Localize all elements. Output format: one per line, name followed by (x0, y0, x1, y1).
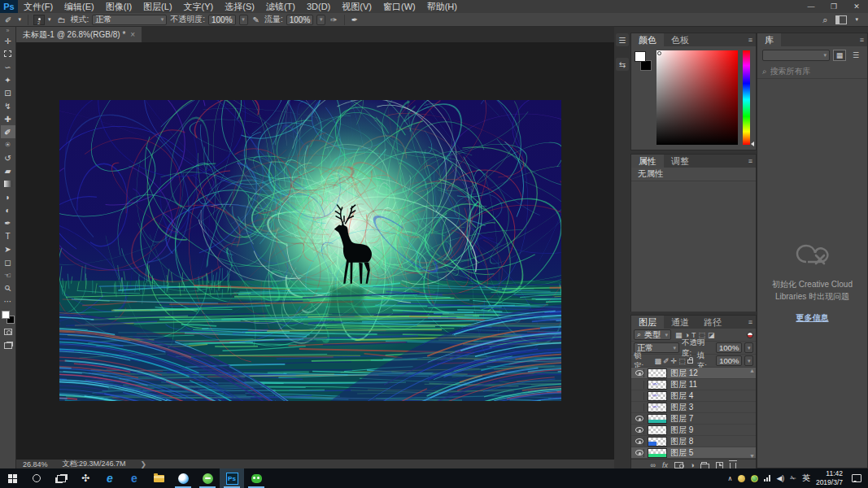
lock-paint-icon[interactable]: ✐ (663, 357, 670, 365)
flow-chevron[interactable]: ▾ (316, 15, 325, 25)
layer-visibility-toggle[interactable] (635, 426, 644, 434)
list-view-icon[interactable]: ☰ (849, 50, 862, 61)
blur-tool[interactable]: ◗ (1, 190, 15, 203)
foreground-background-swatches[interactable] (2, 311, 15, 324)
more-info-link[interactable]: 更多信息 (796, 312, 829, 324)
pressure-opacity-icon[interactable]: ✎ (251, 15, 261, 24)
task-view-button[interactable] (49, 468, 73, 488)
tray-expand-icon[interactable]: ∧ (728, 475, 733, 482)
hand-tool[interactable]: ☜ (1, 268, 15, 281)
layer-opacity-chevron[interactable]: ▾ (744, 342, 753, 353)
layer-row-图层-4[interactable]: 〰图层 4 (631, 390, 756, 402)
document-tab[interactable]: 未标题-1 @ 26.8%(RGB/8) * × (16, 27, 142, 42)
fill-chevron[interactable]: ▾ (744, 355, 753, 366)
document-canvas[interactable] (59, 100, 561, 401)
menu-item-8[interactable]: 视图(V) (336, 0, 377, 13)
layer-thumbnail[interactable] (648, 368, 667, 378)
pen-tool[interactable]: ✒ (1, 216, 15, 229)
ime-indicator[interactable]: 英 (802, 473, 810, 484)
file-explorer-button[interactable] (146, 468, 171, 488)
minimize-button[interactable]: — (800, 0, 822, 13)
layer-row-图层-3[interactable]: 〰图层 3 (631, 402, 756, 413)
path-selection-tool[interactable]: ➤ (1, 242, 15, 255)
sync-panel-icon[interactable]: ⇆ (616, 58, 629, 71)
panel-menu-icon[interactable]: ≡ (860, 33, 867, 46)
menu-item-3[interactable]: 图层(L) (137, 0, 177, 13)
cortana-search-button[interactable] (24, 468, 49, 488)
action-center-icon[interactable] (852, 474, 861, 482)
lock-move-icon[interactable]: ✛ (671, 357, 678, 365)
crop-tool[interactable]: ⊡ (1, 86, 15, 99)
blend-mode-dropdown[interactable]: 正常▾ (92, 15, 167, 25)
history-panel-icon[interactable]: ☰ (616, 33, 629, 46)
move-tool[interactable]: ✛ (1, 34, 15, 47)
brush-panel-toggle-icon[interactable]: 🗀 (55, 15, 67, 24)
qq-browser-button[interactable] (171, 468, 195, 488)
brush-tool[interactable]: ✐ (1, 125, 15, 138)
layer-visibility-toggle[interactable] (635, 369, 644, 377)
workspace-icon[interactable] (835, 15, 847, 24)
library-select-dropdown[interactable]: ▾ (762, 50, 830, 61)
menu-item-10[interactable]: 帮助(H) (421, 0, 463, 13)
search-icon[interactable]: ⌕ (821, 15, 829, 25)
canvas-pasteboard[interactable] (16, 42, 614, 460)
layer-thumbnail[interactable]: 〰 (648, 391, 667, 401)
dodge-tool[interactable]: ◐ (1, 203, 15, 216)
grid-view-icon[interactable]: ▦ (833, 50, 846, 61)
color-foreground-swatch[interactable] (635, 51, 646, 62)
foreground-color-swatch[interactable] (2, 311, 10, 319)
status-chevron-icon[interactable]: ❯ (141, 460, 147, 468)
panel-menu-icon[interactable]: ≡ (748, 33, 756, 46)
layer-row-图层-8[interactable]: 图层 8 (631, 436, 756, 447)
quick-selection-tool[interactable]: ✦ (1, 73, 15, 86)
saturation-brightness-field[interactable] (656, 50, 738, 145)
tray-app-icon-yellow[interactable] (738, 475, 745, 482)
lock-transparent-icon[interactable]: ▩ (655, 357, 662, 365)
rectangular-marquee-tool[interactable] (1, 47, 15, 60)
hue-slider-marker[interactable] (751, 142, 754, 146)
lock-all-icon[interactable] (687, 359, 693, 364)
menu-item-4[interactable]: 文字(Y) (178, 0, 220, 13)
brush-tool-icon[interactable]: ✐ (3, 15, 13, 24)
airbrush-icon[interactable]: ✑ (329, 15, 338, 24)
shape-tool[interactable]: ◻ (1, 255, 15, 268)
scroll-up-icon[interactable]: ▲ (749, 368, 755, 373)
layer-visibility-toggle[interactable] (635, 403, 644, 412)
edit-toolbar-button[interactable]: ⋯ (1, 294, 15, 307)
tab-adjustments[interactable]: 调整 (664, 155, 696, 168)
hue-slider[interactable] (743, 50, 750, 145)
menu-item-1[interactable]: 编辑(E) (59, 0, 100, 13)
layer-row-图层-5[interactable]: 图层 5 (631, 447, 756, 459)
tool-preset-chevron-icon[interactable]: ▾ (16, 16, 23, 23)
zoom-tool[interactable]: ⚲ (1, 281, 15, 294)
menu-item-6[interactable]: 滤镜(T) (260, 0, 301, 13)
tab-properties[interactable]: 属性 (631, 155, 664, 168)
filter-toggle-icon[interactable] (747, 332, 753, 338)
layer-visibility-toggle[interactable] (635, 381, 644, 389)
tab-channels[interactable]: 通道 (664, 316, 696, 329)
gradient-tool[interactable] (1, 177, 15, 190)
panel-menu-icon[interactable]: ≡ (748, 155, 756, 168)
layer-filter-dropdown[interactable]: ⌕ 类型▾ (634, 329, 671, 340)
layer-row-图层-11[interactable]: 〰图层 11 (631, 379, 756, 390)
add-mask-icon[interactable] (674, 462, 683, 468)
tab-swatches[interactable]: 色板 (664, 33, 696, 46)
pinwheel-app-button[interactable]: ✣ (73, 468, 98, 488)
layer-visibility-toggle[interactable] (635, 392, 644, 400)
restore-button[interactable]: ❐ (822, 0, 845, 13)
brush-preset-picker[interactable]: 2 ▾ (33, 15, 53, 25)
screen-mode-button[interactable] (1, 340, 15, 351)
usb-icon[interactable]: ✁ (790, 474, 796, 482)
layer-visibility-toggle[interactable] (635, 438, 644, 446)
quick-mask-button[interactable] (1, 326, 15, 338)
edge-button[interactable]: e (122, 468, 146, 488)
layer-thumbnail[interactable]: 〰 (648, 403, 667, 412)
clock[interactable]: 11:42 2019/3/7 (816, 469, 843, 486)
layer-visibility-toggle[interactable] (635, 449, 644, 457)
clone-stamp-tool[interactable]: ⍟ (1, 138, 15, 151)
tab-libraries[interactable]: 库 (757, 33, 781, 46)
layer-row-图层-7[interactable]: 图层 7 (631, 413, 756, 425)
internet-explorer-button[interactable]: e (98, 468, 122, 488)
layer-thumbnail[interactable] (648, 437, 667, 447)
menu-item-2[interactable]: 图像(I) (100, 0, 137, 13)
